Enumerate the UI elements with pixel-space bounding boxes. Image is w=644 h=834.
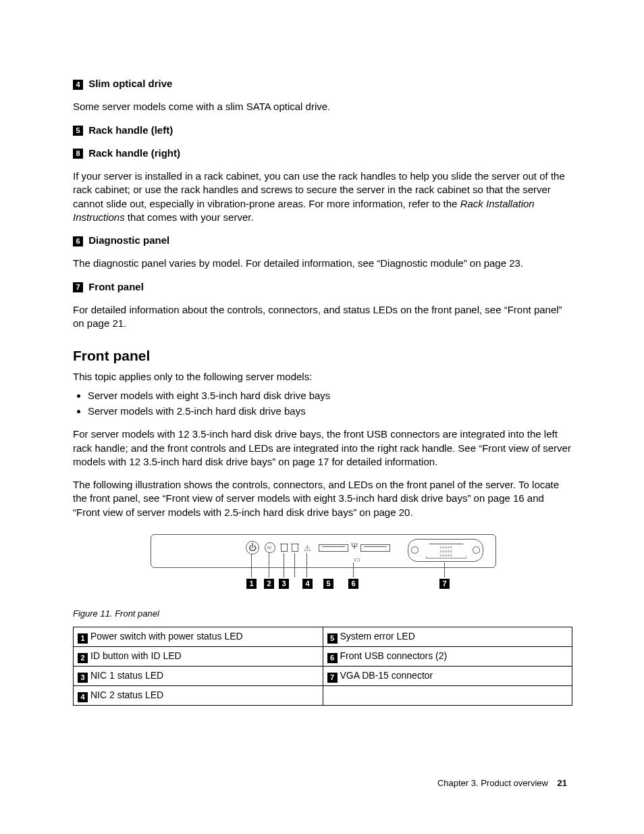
page-content: 4 Slim optical drive Some server models … xyxy=(73,68,572,706)
front-panel-figure-drawing: ⚠ Ψ ▭ ooooooooooooooo 1 2 3 4 5 6 xyxy=(151,534,495,595)
section-bullets: Server models with eight 3.5-inch hard d… xyxy=(73,389,572,419)
figure-front-panel: ⚠ Ψ ▭ ooooooooooooooo 1 2 3 4 5 6 xyxy=(73,534,572,598)
callout-box: 7 xyxy=(73,282,83,292)
system-error-icon: ⚠ xyxy=(304,543,311,554)
table-row: 1Power switch with power status LED 5Sys… xyxy=(74,627,572,646)
callout-box: 3 xyxy=(279,579,289,589)
item5-heading: 5 Rack handle (left) xyxy=(73,124,572,137)
callout-box: 6 xyxy=(73,236,83,246)
callout-box: 1 xyxy=(246,579,257,589)
legend-text: NIC 2 status LED xyxy=(90,689,163,700)
callout-box: 2 xyxy=(264,579,274,589)
item7-body: For detailed information about the contr… xyxy=(73,303,572,331)
usb-symbol-icon: Ψ xyxy=(351,541,358,552)
leader-line xyxy=(444,563,445,577)
list-item: Server models with eight 3.5-inch hard d… xyxy=(88,389,572,402)
callout-box: 5 xyxy=(323,579,333,589)
figure-callout-row: 1 2 3 4 5 6 7 xyxy=(151,579,495,592)
figure-caption: Figure 11. Front panel xyxy=(73,608,572,620)
list-item: Server models with 2.5-inch hard disk dr… xyxy=(88,405,572,418)
callout-box: 6 xyxy=(348,579,358,589)
legend-text: System error LED xyxy=(340,631,415,642)
monitor-icon: ▭ xyxy=(354,555,360,565)
vga-connector-icon: ooooooooooooooo xyxy=(408,539,483,562)
legend-text: Power switch with power status LED xyxy=(90,631,243,642)
callout-box: 5 xyxy=(73,126,83,136)
table-row: 4NIC 2 status LED xyxy=(74,685,572,705)
item8-heading: 8 Rack handle (right) xyxy=(73,147,572,160)
callout-box: 4 xyxy=(302,579,313,589)
callout-box: 2 xyxy=(78,653,88,663)
callout-box: 6 xyxy=(327,653,338,663)
callout-box: 3 xyxy=(78,673,88,683)
footer-page-number: 21 xyxy=(558,777,567,789)
legend-text: Front USB connectors (2) xyxy=(340,650,448,661)
leader-line xyxy=(306,553,307,577)
legend-text: ID button with ID LED xyxy=(90,650,182,661)
legend-text: NIC 1 status LED xyxy=(90,670,163,681)
callout-box: 4 xyxy=(73,80,83,90)
usb-port-1-icon xyxy=(319,544,348,552)
callout-box: 4 xyxy=(78,692,88,702)
item4-title: Slim optical drive xyxy=(88,78,172,89)
item4-body: Some server models come with a slim SATA… xyxy=(73,100,572,113)
legend-table: 1Power switch with power status LED 5Sys… xyxy=(73,627,572,706)
callout-box: 7 xyxy=(327,673,338,683)
item6-body: The diagnostic panel varies by model. Fo… xyxy=(73,257,572,270)
legend-text: VGA DB-15 connector xyxy=(340,670,433,681)
callout-box: 5 xyxy=(327,633,338,644)
item7-title: Front panel xyxy=(88,281,144,292)
item8-title: Rack handle (right) xyxy=(88,147,180,159)
section-p3: The following illustration shows the con… xyxy=(73,478,572,519)
table-row: 3NIC 1 status LED 7VGA DB-15 connector xyxy=(74,666,572,685)
item5-title: Rack handle (left) xyxy=(88,124,173,136)
power-button-icon xyxy=(246,541,259,554)
page-footer: Chapter 3. Product overview 21 xyxy=(437,777,567,789)
callout-box: 8 xyxy=(73,149,83,159)
leader-line xyxy=(269,553,269,577)
section-heading-front-panel: Front panel xyxy=(73,346,572,365)
callout-box: 1 xyxy=(78,633,88,644)
item7-heading: 7 Front panel xyxy=(73,280,572,294)
section-intro: This topic applies only to the following… xyxy=(73,370,572,384)
item8-body: If your server is installed in a rack ca… xyxy=(73,170,572,224)
table-row: 2ID button with ID LED 6Front USB connec… xyxy=(74,646,572,666)
id-button-icon xyxy=(265,542,275,553)
leader-line xyxy=(294,553,295,577)
leader-line xyxy=(353,563,354,577)
item8-body-tail: that comes with your server. xyxy=(125,211,254,223)
usb-port-2-icon xyxy=(360,544,390,552)
footer-chapter: Chapter 3. Product overview xyxy=(437,778,548,788)
nic2-led-icon xyxy=(292,544,298,552)
callout-box: 7 xyxy=(439,579,450,589)
item6-heading: 6 Diagnostic panel xyxy=(73,234,572,247)
leader-line xyxy=(284,553,284,577)
nic1-led-icon xyxy=(281,544,288,552)
section-p2: For server models with 12 3.5-inch hard … xyxy=(73,427,572,469)
leader-line xyxy=(251,554,252,577)
item4-heading: 4 Slim optical drive xyxy=(73,77,572,90)
item6-title: Diagnostic panel xyxy=(88,234,169,246)
